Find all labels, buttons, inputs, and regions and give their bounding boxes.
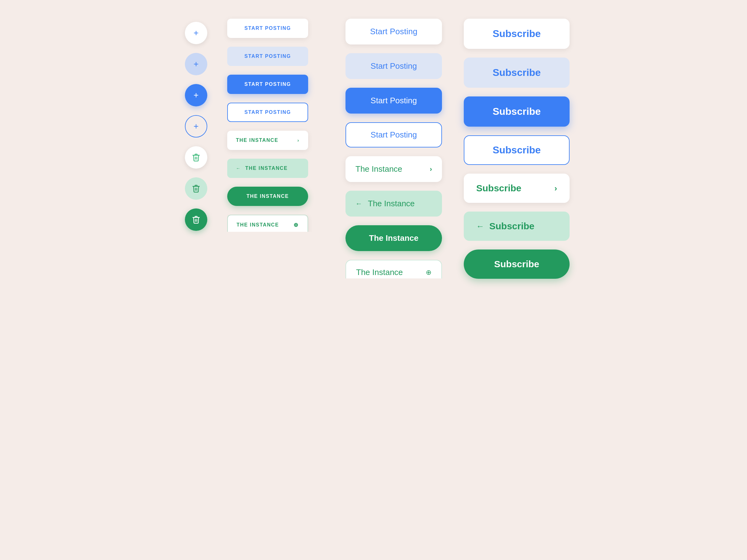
trash-green-button[interactable] (185, 209, 207, 231)
the-instance-outline-lg-partial: The Instance ⊕ (345, 260, 451, 278)
chevron-right-icon: › (298, 138, 300, 143)
trash-lightgreen-button[interactable] (185, 177, 207, 200)
plus-blue-button[interactable]: + (185, 84, 207, 106)
the-instance-lightgreen-lg-button[interactable]: ← The Instance (345, 191, 442, 216)
the-instance-white-button[interactable]: THE INSTANCE › (227, 131, 308, 150)
start-posting-outline-lg-button[interactable]: Start Posting (345, 122, 442, 148)
subscribe-blue-label: Subscribe (493, 106, 541, 117)
the-instance-outline-partial: THE INSTANCE ⊕ (227, 215, 333, 232)
arrow-left-lg-icon: ← (356, 200, 362, 208)
subscribe-green-white-label: Subscribe (476, 183, 521, 193)
chevron-right-sub-icon: › (554, 184, 557, 193)
arrow-left-sub-icon: ← (476, 221, 484, 231)
start-posting-blue-lg-button[interactable]: Start Posting (345, 88, 442, 113)
start-posting-white-button[interactable]: START POSTING (227, 19, 308, 38)
start-posting-grey-button[interactable]: START POSTING (227, 47, 308, 66)
subscribe-white-button[interactable]: Subscribe (464, 19, 570, 49)
start-posting-outline-button[interactable]: START POSTING (227, 103, 308, 122)
subscribe-green-filled-label: Subscribe (494, 259, 539, 269)
start-posting-white-lg-button[interactable]: Start Posting (345, 19, 442, 45)
search-lg-icon: ⊕ (426, 268, 431, 276)
start-posting-grey-lg-button[interactable]: Start Posting (345, 53, 442, 79)
start-posting-outline-label: START POSTING (244, 109, 291, 115)
col3-buttons: Start Posting Start Posting Start Postin… (339, 19, 458, 279)
the-instance-green-lg-label: The Instance (369, 233, 419, 243)
subscribe-green-light-label: Subscribe (489, 221, 535, 232)
start-posting-outline-lg-label: Start Posting (371, 130, 417, 140)
button-showcase: + + + + (171, 19, 576, 279)
the-instance-outline-button[interactable]: THE INSTANCE ⊕ (227, 215, 308, 232)
the-instance-lightgreen-lg-label: The Instance (368, 199, 415, 209)
col4-buttons: Subscribe Subscribe Subscribe Subscribe … (458, 19, 576, 279)
the-instance-outline-lg-label: The Instance (356, 268, 403, 277)
plus-white-button[interactable]: + (185, 22, 207, 44)
start-posting-blue-button[interactable]: START POSTING (227, 75, 308, 94)
plus-outline-button[interactable]: + (185, 115, 207, 137)
subscribe-green-light-button[interactable]: ← Subscribe (464, 212, 570, 241)
arrow-left-icon: ← (236, 166, 241, 171)
subscribe-white-label: Subscribe (493, 28, 541, 39)
the-instance-green-lg-button[interactable]: The Instance (345, 225, 442, 251)
the-instance-lightgreen-button[interactable]: ← THE INSTANCE (227, 159, 308, 178)
subscribe-green-white-button[interactable]: Subscribe › (464, 174, 570, 203)
subscribe-grey-label: Subscribe (493, 67, 541, 78)
the-instance-white-label: THE INSTANCE (236, 137, 278, 143)
the-instance-lightgreen-label: THE INSTANCE (245, 165, 288, 171)
start-posting-blue-label: START POSTING (244, 81, 291, 87)
subscribe-green-filled-button[interactable]: Subscribe (464, 249, 570, 279)
start-posting-white-label: START POSTING (244, 26, 291, 31)
start-posting-white-lg-label: Start Posting (370, 27, 417, 36)
col2-buttons: START POSTING START POSTING START POSTIN… (221, 19, 339, 279)
the-instance-white-lg-button[interactable]: The Instance › (345, 156, 442, 182)
the-instance-outline-lg-button[interactable]: The Instance ⊕ (345, 260, 442, 278)
the-instance-green-button[interactable]: THE INSTANCE (227, 187, 308, 206)
icon-column: + + + + (171, 19, 221, 279)
trash-white-button[interactable] (185, 146, 207, 169)
plus-lightblue-button[interactable]: + (185, 53, 207, 75)
subscribe-blue-button[interactable]: Subscribe (464, 97, 570, 127)
subscribe-grey-button[interactable]: Subscribe (464, 58, 570, 88)
subscribe-outline-button[interactable]: Subscribe (464, 135, 570, 165)
start-posting-blue-lg-label: Start Posting (371, 96, 417, 105)
the-instance-green-label: THE INSTANCE (247, 193, 289, 199)
start-posting-grey-label: START POSTING (244, 54, 291, 59)
search-icon: ⊕ (293, 221, 299, 229)
start-posting-grey-lg-label: Start Posting (371, 61, 417, 71)
the-instance-white-lg-label: The Instance (356, 164, 402, 174)
chevron-right-lg-icon: › (430, 165, 432, 173)
the-instance-outline-label: THE INSTANCE (236, 222, 279, 228)
subscribe-outline-label: Subscribe (493, 144, 541, 156)
